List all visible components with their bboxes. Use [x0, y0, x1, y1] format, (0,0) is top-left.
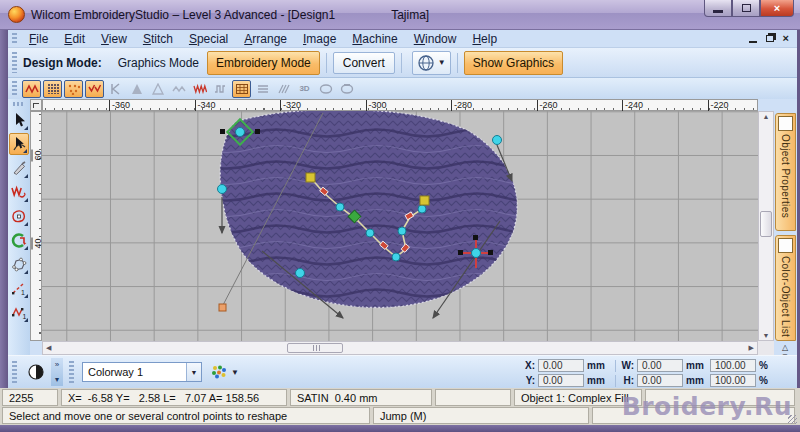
stitch-count-cell: 2255 — [2, 389, 58, 406]
scale-y-input[interactable]: 100.00 — [710, 374, 756, 387]
thread-colors-button[interactable]: ▼ — [210, 364, 239, 380]
menu-stitch[interactable]: Stitch — [135, 31, 181, 47]
scale-y-unit: % — [759, 375, 779, 386]
hoop-globe-button[interactable]: ▼ — [412, 51, 451, 75]
maximize-button[interactable] — [732, 0, 760, 17]
menu-file[interactable]: File — [21, 31, 56, 47]
liquid-effect-button[interactable] — [169, 80, 188, 98]
mdi-close-icon[interactable]: × — [783, 33, 789, 44]
contour-stitch-button[interactable] — [106, 80, 125, 98]
florentine-icon — [151, 83, 165, 95]
menu-machine[interactable]: Machine — [344, 31, 405, 47]
program-split-icon — [235, 83, 249, 95]
fusion-fill-button[interactable] — [127, 80, 146, 98]
resize-grip[interactable] — [788, 415, 797, 424]
outline-shape-tool-button[interactable] — [9, 205, 29, 227]
h-input[interactable]: 0.00 — [637, 374, 683, 387]
ruler-origin-button[interactable] — [30, 99, 42, 111]
show-graphics-button[interactable]: Show Graphics — [464, 51, 563, 75]
mdi-restore-icon[interactable] — [766, 35, 774, 42]
hatch-effect-icon — [277, 83, 291, 95]
scroll-left-icon[interactable]: ◀ — [43, 344, 54, 352]
outline-shape-icon — [11, 209, 27, 224]
hoop-show-button[interactable] — [316, 80, 335, 98]
angle-end-handle — [306, 173, 315, 182]
horizontal-ruler[interactable]: -360 -340 -320 -300 -280 -260 -240 -220 — [42, 99, 758, 111]
knife-icon — [12, 161, 27, 176]
toolbar-grip[interactable] — [12, 81, 17, 96]
3d-view-button[interactable]: 3D — [295, 80, 314, 98]
menu-window[interactable]: Window — [406, 31, 465, 47]
x-input[interactable]: 0.00 — [538, 359, 584, 372]
reshape-tool-button[interactable] — [9, 133, 29, 155]
polygon-tool-button[interactable] — [9, 253, 29, 275]
wave-effect-button[interactable] — [190, 80, 209, 98]
menu-edit[interactable]: Edit — [56, 31, 93, 47]
transform-panel: X: 0.00 mm W: 0.00 mm 100.00 % Y: 0.00 m… — [521, 358, 791, 388]
menu-special[interactable]: Special — [181, 31, 236, 47]
toolbar-grip[interactable] — [12, 52, 17, 72]
close-button[interactable]: × — [760, 0, 794, 17]
vertical-ruler[interactable]: 60 40 — [30, 111, 42, 341]
zigzag-tool-button[interactable]: 1 — [9, 301, 29, 323]
horizontal-scrollbar[interactable]: ◀ ▶ — [42, 341, 758, 355]
hatch-effect-button[interactable] — [274, 80, 293, 98]
motif-fill-button[interactable] — [64, 80, 83, 98]
hoop-template-button[interactable] — [337, 80, 356, 98]
y-input[interactable]: 0.00 — [538, 374, 584, 387]
design-colorway-button[interactable] — [23, 359, 49, 385]
toolbar-grip[interactable] — [12, 361, 17, 383]
app-flame-icon — [8, 6, 25, 23]
convert-button[interactable]: Convert — [333, 52, 395, 74]
reshape-icon — [11, 136, 27, 152]
vertical-scroll-thumb[interactable] — [760, 211, 772, 237]
hint-cell: Select and move one or several control p… — [2, 407, 370, 424]
scale-x-input[interactable]: 100.00 — [710, 359, 756, 372]
toolbar-grip[interactable] — [13, 102, 25, 106]
tatami-fill-icon — [46, 83, 60, 95]
vertical-scrollbar[interactable]: ▲ ▼ — [758, 111, 774, 341]
menu-image[interactable]: Image — [295, 31, 344, 47]
combo-dropdown-button[interactable]: ▼ — [186, 363, 201, 381]
run-stitch-tool-button[interactable]: 1 — [9, 277, 29, 299]
zigzag-stitch-icon — [25, 83, 39, 95]
square-wave-button[interactable] — [211, 80, 230, 98]
workspace: 1 1 -360 -340 -320 -300 -280 -260 -240 -… — [8, 99, 797, 355]
scroll-right-icon[interactable]: ▶ — [746, 344, 757, 352]
knife-tool-button[interactable] — [9, 157, 29, 179]
menu-help[interactable]: Help — [464, 31, 505, 47]
embroidery-design — [42, 111, 758, 341]
scroll-up-icon[interactable]: ▲ — [759, 113, 773, 120]
menu-arrange[interactable]: Arrange — [236, 31, 295, 47]
x-label: X: — [521, 360, 535, 371]
tab-object-properties[interactable]: Object Properties — [775, 113, 796, 231]
select-arrow-icon — [12, 112, 27, 128]
florentine-button[interactable] — [148, 80, 167, 98]
stitch-angles-button[interactable] — [253, 80, 272, 98]
graphics-mode-button[interactable]: Graphics Mode — [110, 52, 207, 74]
select-tool-button[interactable] — [9, 109, 29, 131]
tab-color-object-list[interactable]: Color-Object List — [775, 235, 796, 341]
toolbar-overflow-handle[interactable]: »▾ — [51, 358, 63, 386]
toolbar-grip[interactable] — [69, 361, 74, 383]
scroll-down-icon[interactable]: ▼ — [759, 332, 773, 339]
liquid-effect-icon — [172, 83, 186, 95]
empty-cell — [435, 389, 511, 406]
w-input[interactable]: 0.00 — [637, 359, 683, 372]
menu-view[interactable]: View — [93, 31, 135, 47]
embroidery-mode-button[interactable]: Embroidery Mode — [207, 51, 320, 75]
colorway-select[interactable]: Colorway 1 ▼ — [82, 362, 202, 382]
curved-fill-button[interactable] — [85, 80, 104, 98]
mdi-minimize-icon[interactable] — [749, 41, 757, 43]
toolbar-grip[interactable] — [12, 33, 17, 45]
lettering-tool-button[interactable] — [9, 181, 29, 203]
h-unit: mm — [686, 375, 706, 386]
program-split-button[interactable] — [232, 80, 251, 98]
tatami-fill-button[interactable] — [43, 80, 62, 98]
horizontal-scroll-thumb[interactable] — [287, 343, 343, 353]
zigzag-stitch-button[interactable] — [22, 80, 41, 98]
fill-holes-tool-button[interactable] — [9, 229, 29, 251]
dropdown-arrow-icon: ▼ — [231, 368, 239, 377]
minimize-button[interactable] — [704, 0, 732, 17]
design-canvas[interactable] — [42, 111, 758, 341]
